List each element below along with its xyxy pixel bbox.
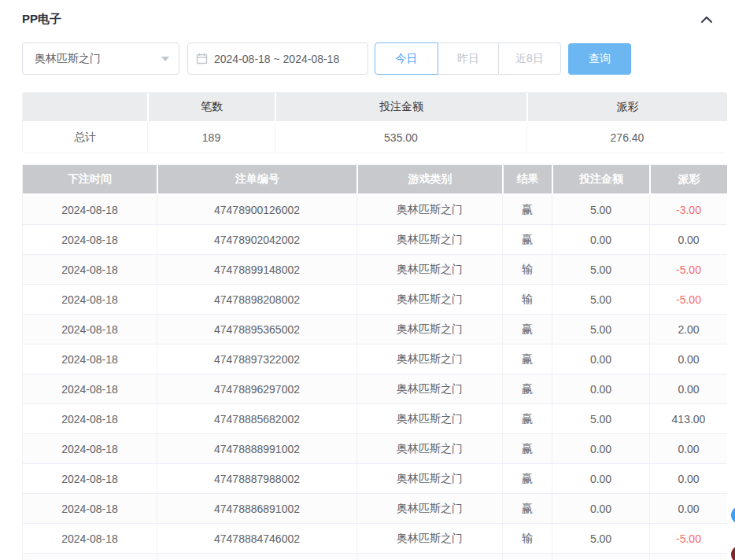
floating-button-maroon[interactable]	[731, 546, 735, 560]
summary-header-count: 笔数	[147, 93, 275, 123]
header-result: 结果	[502, 165, 552, 195]
game-select-value: 奥林匹斯之门	[35, 52, 101, 66]
result-cell: 赢	[502, 494, 552, 524]
result-cell: 赢	[502, 344, 552, 374]
payout-cell: 0.00	[649, 434, 727, 464]
bet-time-cell: 2024-08-18	[23, 464, 157, 494]
bet-time-cell: 2024-08-18	[23, 195, 157, 225]
panel-header: PP电子	[0, 0, 735, 27]
result-cell: 赢	[502, 195, 552, 225]
floating-button-blue[interactable]	[731, 507, 735, 524]
calendar-icon	[196, 53, 208, 64]
yesterday-button[interactable]: 昨日	[438, 42, 499, 75]
bet-amount-cell: 5.00	[552, 404, 649, 434]
betting-records-panel: PP电子 奥林匹斯之门 2024-08-18 ~ 2024-08-18	[0, 0, 735, 560]
bet-id-cell: 47478898208002	[157, 285, 356, 315]
quick-date-button-group: 今日 昨日 近8日	[375, 42, 561, 75]
bet-time-cell: 2024-08-18	[23, 285, 157, 315]
table-row: 2024-08-1847478885682002奥林匹斯之门赢5.00413.0…	[23, 404, 727, 434]
table-row: 2024-08-1847478902042002奥林匹斯之门赢0.000.00	[23, 225, 727, 255]
bet-id-cell: 47478886891002	[157, 494, 356, 524]
payout-cell: 413.00	[649, 404, 727, 434]
bet-id-cell: 47478888991002	[157, 434, 356, 464]
table-row: 2024-08-1847478896297002奥林匹斯之门赢0.000.00	[23, 374, 727, 404]
game-category-cell: 奥林匹斯之门	[356, 374, 502, 404]
game-category-cell: 奥林匹斯之门	[356, 524, 502, 554]
filter-bar: 奥林匹斯之门 2024-08-18 ~ 2024-08-18 今日 昨日 近8日…	[22, 42, 713, 75]
table-row: 2024-08-1847478886891002奥林匹斯之门赢0.000.00	[23, 494, 727, 524]
payout-cell: -5.00	[649, 285, 727, 315]
bet-id-cell: 47478900126002	[157, 195, 356, 225]
date-range-value: 2024-08-18 ~ 2024-08-18	[214, 53, 339, 65]
bet-amount-cell: 0.00	[552, 374, 649, 404]
payout-cell: 0.00	[649, 464, 727, 494]
game-category-cell: 奥林匹斯之门	[356, 195, 502, 225]
bet-id-cell: 47478884746002	[157, 524, 356, 554]
total-payout: 276.40	[526, 123, 727, 153]
bet-amount-cell: 5.00	[552, 255, 649, 285]
bet-time-cell: 2024-08-18	[23, 344, 157, 374]
total-bet-amount: 535.00	[275, 123, 526, 153]
bet-time-cell: 2024-08-18	[23, 524, 157, 554]
result-cell: 赢	[502, 374, 552, 404]
table-row: 2024-08-1847478898208002奥林匹斯之门输5.00-5.00	[23, 285, 727, 315]
summary-table: 笔数 投注金额 派彩 总计 189 535.00 276.40	[22, 92, 726, 153]
header-payout: 派彩	[649, 165, 727, 195]
header-bet-amount: 投注金额	[552, 165, 649, 195]
bet-time-cell: 2024-08-18	[23, 494, 157, 524]
game-category-cell: 奥林匹斯之门	[356, 255, 502, 285]
bet-amount-cell: 0.00	[552, 464, 649, 494]
total-count: 189	[147, 123, 275, 153]
bet-id-cell: 47478897322002	[157, 344, 356, 374]
table-row: 2024-08-1847478897322002奥林匹斯之门赢0.000.00	[23, 344, 727, 374]
chevron-up-icon	[700, 16, 713, 24]
payout-cell: -5.00	[649, 255, 727, 285]
game-select[interactable]: 奥林匹斯之门	[22, 42, 179, 75]
bet-id-cell: 47478885682002	[157, 404, 356, 434]
summary-header-payout: 派彩	[526, 93, 727, 123]
records-header-row: 下注时间 注单编号 游戏类别 结果 投注金额 派彩	[23, 165, 727, 195]
result-cell: 赢	[502, 464, 552, 494]
records-tbody: 2024-08-1847478900126002奥林匹斯之门赢5.00-3.00…	[23, 195, 727, 560]
bet-amount-cell: 5.00	[552, 195, 649, 225]
bet-amount-cell: 5.00	[552, 285, 649, 315]
table-row: 2024-08-1847478899148002奥林匹斯之门输5.00-5.00	[23, 255, 727, 285]
result-cell: 输	[502, 524, 552, 554]
query-button[interactable]: 查询	[568, 43, 631, 75]
payout-cell: 0.00	[649, 344, 727, 374]
records-table: 下注时间 注单编号 游戏类别 结果 投注金额 派彩 2024-08-184747…	[22, 164, 726, 560]
result-cell: 赢	[502, 315, 552, 344]
bet-time-cell: 2024-08-18	[23, 374, 157, 404]
date-range-input[interactable]: 2024-08-18 ~ 2024-08-18	[187, 42, 368, 75]
result-cell: 赢	[502, 434, 552, 464]
bet-id-cell: 47478902042002	[157, 225, 356, 255]
total-label: 总计	[23, 123, 147, 153]
bet-amount-cell: 0.00	[552, 344, 649, 374]
page-title: PP电子	[22, 12, 61, 27]
result-cell: 赢	[502, 225, 552, 255]
game-category-cell: 奥林匹斯之门	[356, 344, 502, 374]
summary-header-bet-amount: 投注金额	[275, 93, 526, 123]
game-category-cell: 奥林匹斯之门	[356, 494, 502, 524]
header-bet-time: 下注时间	[23, 165, 157, 195]
collapse-button[interactable]	[699, 14, 715, 25]
game-category-cell: 奥林匹斯之门	[356, 464, 502, 494]
payout-cell: 0.00	[649, 225, 727, 255]
bet-amount-cell: 0.00	[552, 225, 649, 255]
today-button[interactable]: 今日	[375, 42, 438, 75]
payout-cell: 0.00	[649, 494, 727, 524]
table-row: 2024-08-1847478884746002奥林匹斯之门输5.00-5.00	[23, 524, 727, 554]
bet-id-cell: 47478887988002	[157, 464, 356, 494]
header-bet-id: 注单编号	[157, 165, 356, 195]
summary-total-row: 总计 189 535.00 276.40	[23, 123, 727, 153]
table-row: 2024-08-1847478887988002奥林匹斯之门赢0.000.00	[23, 464, 727, 494]
bet-time-cell: 2024-08-18	[23, 315, 157, 344]
game-category-cell: 奥林匹斯之门	[356, 404, 502, 434]
bet-time-cell: 2024-08-18	[23, 434, 157, 464]
last-8-days-button[interactable]: 近8日	[498, 42, 561, 75]
bet-amount-cell: 0.00	[552, 434, 649, 464]
bet-time-cell: 2024-08-18	[23, 404, 157, 434]
payout-cell: 2.00	[649, 315, 727, 344]
summary-header-row: 笔数 投注金额 派彩	[23, 93, 727, 123]
payout-cell: -5.00	[649, 524, 727, 554]
